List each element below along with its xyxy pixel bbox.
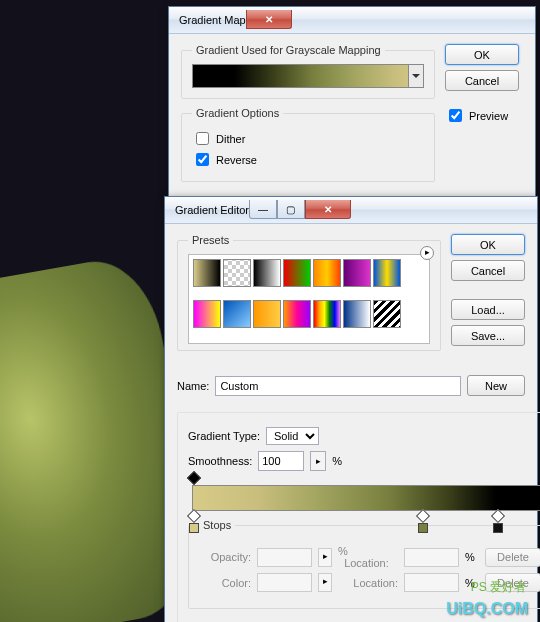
minimize-button[interactable]: — — [249, 200, 277, 219]
smoothness-input[interactable] — [258, 451, 304, 471]
close-button[interactable]: ✕ — [246, 10, 292, 29]
preset-swatch-13[interactable] — [373, 300, 401, 328]
window-title: Gradient Map — [179, 14, 246, 26]
opacity-input — [257, 548, 312, 567]
titlebar[interactable]: Gradient Map ✕ — [169, 7, 535, 34]
presets-menu-icon[interactable]: ▸ — [420, 246, 434, 260]
preset-swatch-4[interactable] — [313, 259, 341, 287]
color-label: Color: — [201, 577, 251, 589]
ok-button[interactable]: OK — [451, 234, 525, 255]
color-stop-1[interactable] — [189, 511, 199, 523]
reverse-checkbox[interactable] — [196, 153, 209, 166]
mapping-legend: Gradient Used for Grayscale Mapping — [192, 44, 385, 56]
options-legend: Gradient Options — [192, 107, 283, 119]
color-stop-2[interactable] — [418, 511, 428, 523]
preset-swatch-6[interactable] — [373, 259, 401, 287]
preset-swatch-7[interactable] — [193, 300, 221, 328]
save-button[interactable]: Save... — [451, 325, 525, 346]
smoothness-stepper[interactable]: ▸ — [310, 451, 326, 471]
preset-swatch-0[interactable] — [193, 259, 221, 287]
maximize-button[interactable]: ▢ — [277, 200, 305, 219]
name-label: Name: — [177, 380, 209, 392]
presets-fieldset: Presets ▸ — [177, 234, 441, 351]
preset-swatch-8[interactable] — [223, 300, 251, 328]
window-title: Gradient Editor — [175, 204, 249, 216]
name-input[interactable] — [215, 376, 461, 396]
opacity-label: Opacity: — [201, 551, 251, 563]
cancel-button[interactable]: Cancel — [451, 260, 525, 281]
gradient-dropdown[interactable] — [408, 65, 423, 87]
preset-swatch-9[interactable] — [253, 300, 281, 328]
reverse-label: Reverse — [216, 154, 257, 166]
opacity-stepper: ▸ — [318, 548, 332, 567]
preview-label: Preview — [469, 110, 508, 122]
color-stepper: ▸ — [318, 573, 332, 592]
gradient-map-dialog: Gradient Map ✕ Gradient Used for Graysca… — [168, 6, 536, 203]
color-stop-3[interactable] — [493, 511, 503, 523]
opacity-location-input — [404, 548, 459, 567]
presets-grid[interactable] — [188, 254, 430, 344]
smoothness-label: Smoothness: — [188, 455, 252, 467]
color-swatch — [257, 573, 312, 592]
dither-checkbox[interactable] — [196, 132, 209, 145]
ok-button[interactable]: OK — [445, 44, 519, 65]
preset-swatch-3[interactable] — [283, 259, 311, 287]
dither-label: Dither — [216, 133, 245, 145]
cancel-button[interactable]: Cancel — [445, 70, 519, 91]
preset-swatch-2[interactable] — [253, 259, 281, 287]
type-label: Gradient Type: — [188, 430, 260, 442]
new-button[interactable]: New — [467, 375, 525, 396]
gradient-editor-bar[interactable] — [192, 485, 540, 511]
load-button[interactable]: Load... — [451, 299, 525, 320]
opacity-stop-left[interactable] — [189, 473, 199, 485]
percent-label: % — [332, 455, 342, 467]
options-fieldset: Gradient Options Dither Reverse — [181, 107, 435, 182]
preset-swatch-11[interactable] — [313, 300, 341, 328]
close-button[interactable]: ✕ — [305, 200, 351, 219]
gradient-editor-dialog: Gradient Editor — ▢ ✕ Presets ▸ OK Cance… — [164, 196, 538, 622]
color-location-input — [404, 573, 459, 592]
mapping-fieldset: Gradient Used for Grayscale Mapping — [181, 44, 435, 99]
preset-swatch-5[interactable] — [343, 259, 371, 287]
preset-swatch-12[interactable] — [343, 300, 371, 328]
presets-legend: Presets — [188, 234, 233, 246]
gradient-preview[interactable] — [192, 64, 424, 88]
titlebar[interactable]: Gradient Editor — ▢ ✕ — [165, 197, 537, 224]
opacity-delete-button: Delete — [485, 548, 540, 567]
stops-legend: Stops — [199, 519, 235, 531]
preset-swatch-10[interactable] — [283, 300, 311, 328]
preset-swatch-1[interactable] — [223, 259, 251, 287]
preview-checkbox[interactable] — [449, 109, 462, 122]
type-select[interactable]: Solid — [266, 427, 319, 445]
watermark-text-2: PS 爱好者 — [471, 579, 526, 596]
watermark-text: UiBQ.COM — [446, 600, 528, 618]
